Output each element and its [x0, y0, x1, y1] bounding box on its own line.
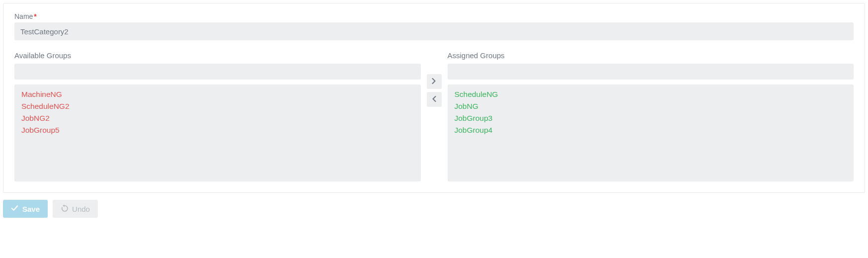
assigned-listbox[interactable]: ScheduleNGJobNGJobGroup3JobGroup4 [448, 85, 854, 181]
undo-icon [61, 204, 68, 213]
chevron-left-icon [432, 96, 436, 103]
mover-buttons [427, 51, 442, 107]
list-item[interactable]: ScheduleNG [455, 88, 847, 100]
save-button-label: Save [22, 205, 40, 213]
chevron-right-icon [432, 78, 436, 86]
save-button[interactable]: Save [3, 200, 48, 218]
available-filter-input[interactable] [14, 64, 421, 80]
form-card: Name* Available Groups MachineNGSchedule… [3, 3, 865, 193]
undo-button-label: Undo [72, 205, 90, 213]
name-input[interactable] [14, 22, 854, 40]
list-item[interactable]: MachineNG [21, 88, 414, 100]
list-item[interactable]: JobGroup3 [455, 112, 847, 124]
action-bar: Save Undo [3, 200, 865, 218]
name-label-text: Name [14, 12, 33, 20]
available-listbox[interactable]: MachineNGScheduleNG2JobNG2JobGroup5 [14, 85, 421, 181]
assigned-label: Assigned Groups [448, 51, 854, 60]
name-label: Name* [14, 12, 854, 20]
list-item[interactable]: JobGroup4 [455, 124, 847, 136]
list-item[interactable]: ScheduleNG2 [21, 100, 414, 112]
available-panel: Available Groups MachineNGScheduleNG2Job… [14, 51, 421, 181]
list-item[interactable]: JobNG [455, 100, 847, 112]
assigned-filter-input[interactable] [448, 64, 854, 80]
required-asterisk: * [34, 12, 36, 20]
assigned-panel: Assigned Groups ScheduleNGJobNGJobGroup3… [448, 51, 854, 181]
undo-button[interactable]: Undo [53, 200, 98, 218]
move-left-button[interactable] [427, 92, 442, 107]
check-icon [11, 204, 18, 213]
list-item[interactable]: JobGroup5 [21, 124, 414, 136]
list-item[interactable]: JobNG2 [21, 112, 414, 124]
move-right-button[interactable] [427, 74, 442, 89]
available-label: Available Groups [14, 51, 421, 60]
